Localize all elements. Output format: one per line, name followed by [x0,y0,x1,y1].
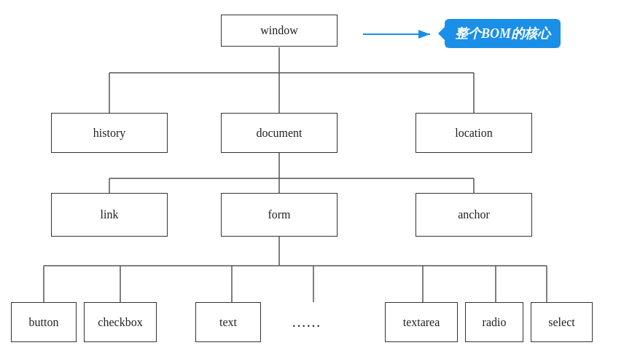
node-checkbox: checkbox [84,302,157,342]
node-ellipsis: …… [273,302,339,342]
bom-diagram: window history document location link fo… [0,0,632,364]
node-button: button [11,302,77,342]
node-anchor: anchor [416,193,532,237]
node-radio: radio [465,302,523,342]
node-textarea: textarea [385,302,458,342]
node-form: form [221,193,338,237]
callout-bom: 整个BOM的核心 [445,19,561,48]
node-location: location [416,113,532,153]
node-history: history [51,113,168,153]
node-link: link [51,193,168,237]
node-window: window [221,15,338,47]
node-select: select [531,302,593,342]
node-document: document [221,113,338,153]
node-text: text [195,302,261,342]
